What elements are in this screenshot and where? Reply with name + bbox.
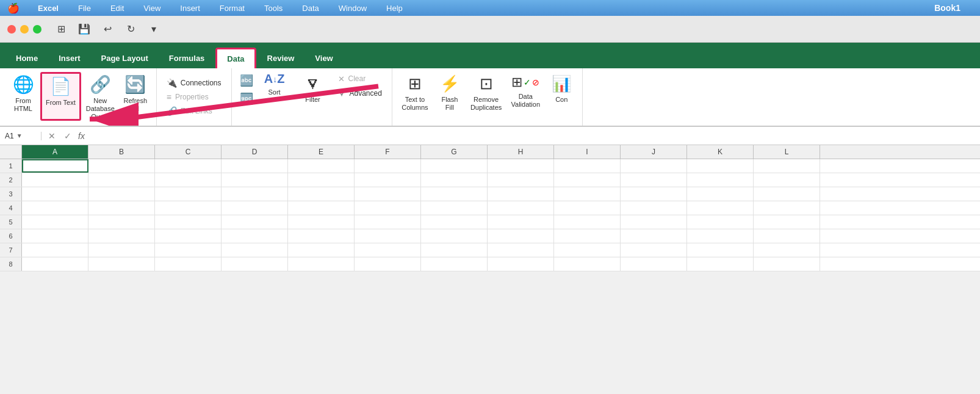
cell-l3[interactable] (754, 187, 820, 201)
cell-g4[interactable] (421, 201, 488, 215)
cell-b1[interactable] (88, 159, 155, 173)
cell-k3[interactable] (687, 187, 754, 201)
cell-g1[interactable] (421, 159, 488, 173)
filter-button[interactable]: ⛛ Filter (295, 72, 331, 121)
cell-h4[interactable] (488, 201, 554, 215)
cell-a4[interactable] (22, 201, 88, 215)
cancel-formula-icon[interactable]: ✕ (45, 129, 59, 143)
close-button[interactable] (7, 25, 16, 34)
text-to-columns-button[interactable]: ⊞ Text toColumns (397, 72, 433, 121)
menu-format[interactable]: Format (216, 2, 248, 14)
from-text-button[interactable]: 📄 From Text (40, 72, 81, 121)
menu-excel[interactable]: Excel (34, 2, 62, 14)
redo-icon[interactable]: ↻ (122, 21, 139, 38)
cell-i6[interactable] (554, 229, 621, 243)
cell-l1[interactable] (754, 159, 820, 173)
customize-dropdown-icon[interactable]: ▾ (145, 21, 162, 38)
cell-i5[interactable] (554, 215, 621, 229)
menu-file[interactable]: File (74, 2, 95, 14)
cell-f5[interactable] (355, 215, 421, 229)
cell-l7[interactable] (754, 243, 820, 257)
tab-review[interactable]: Review (258, 48, 304, 68)
cell-g5[interactable] (421, 215, 488, 229)
tab-formulas[interactable]: Formulas (159, 48, 215, 68)
menu-view[interactable]: View (140, 2, 164, 14)
col-header-g[interactable]: G (421, 145, 488, 159)
cell-h5[interactable] (488, 215, 554, 229)
col-header-e[interactable]: E (288, 145, 355, 159)
cell-k6[interactable] (687, 229, 754, 243)
col-header-b[interactable]: B (88, 145, 155, 159)
cell-j4[interactable] (621, 201, 687, 215)
data-validation-button[interactable]: ⊞✓⊘ DataValidation (506, 72, 544, 121)
cell-g2[interactable] (421, 173, 488, 187)
menu-data[interactable]: Data (298, 2, 322, 14)
col-header-d[interactable]: D (222, 145, 288, 159)
cell-c6[interactable] (155, 229, 222, 243)
cell-d1[interactable] (222, 159, 288, 173)
cell-g3[interactable] (421, 187, 488, 201)
cell-h1[interactable] (488, 159, 554, 173)
apple-logo-icon[interactable]: 🍎 (7, 2, 20, 14)
menu-help[interactable]: Help (383, 2, 406, 14)
cell-c4[interactable] (155, 201, 222, 215)
col-header-k[interactable]: K (687, 145, 754, 159)
cell-d3[interactable] (222, 187, 288, 201)
menu-insert[interactable]: Insert (176, 2, 204, 14)
cell-e1[interactable] (288, 159, 355, 173)
cell-e4[interactable] (288, 201, 355, 215)
col-header-i[interactable]: I (554, 145, 621, 159)
cell-h7[interactable] (488, 243, 554, 257)
cell-e2[interactable] (288, 173, 355, 187)
cell-b6[interactable] (88, 229, 155, 243)
cell-j1[interactable] (621, 159, 687, 173)
cell-e5[interactable] (288, 215, 355, 229)
cell-a2[interactable] (22, 173, 88, 187)
cell-b8[interactable] (88, 257, 155, 271)
cell-d8[interactable] (222, 257, 288, 271)
tab-page-layout[interactable]: Page Layout (92, 48, 158, 68)
cell-f3[interactable] (355, 187, 421, 201)
cell-a6[interactable] (22, 229, 88, 243)
maximize-button[interactable] (33, 25, 41, 34)
undo-icon[interactable]: ↩ (99, 21, 116, 38)
cell-c5[interactable] (155, 215, 222, 229)
cell-h3[interactable] (488, 187, 554, 201)
advanced-button[interactable]: ⛛ Advanced (333, 87, 387, 100)
menu-tools[interactable]: Tools (261, 2, 286, 14)
cell-h8[interactable] (488, 257, 554, 271)
cell-b7[interactable] (88, 243, 155, 257)
col-header-l[interactable]: L (754, 145, 820, 159)
customize-qat-icon[interactable]: ⊞ (52, 21, 70, 38)
cell-h2[interactable] (488, 173, 554, 187)
cell-j6[interactable] (621, 229, 687, 243)
cell-j7[interactable] (621, 243, 687, 257)
cell-c3[interactable] (155, 187, 222, 201)
cell-a8[interactable] (22, 257, 88, 271)
col-header-c[interactable]: C (155, 145, 222, 159)
cell-b2[interactable] (88, 173, 155, 187)
cell-e6[interactable] (288, 229, 355, 243)
cell-g7[interactable] (421, 243, 488, 257)
cell-k1[interactable] (687, 159, 754, 173)
refresh-all-button[interactable]: 🔄 RefreshAll (120, 72, 151, 121)
cell-i1[interactable] (554, 159, 621, 173)
tab-insert[interactable]: Insert (49, 48, 90, 68)
cell-i2[interactable] (554, 173, 621, 187)
cell-f6[interactable] (355, 229, 421, 243)
cell-j8[interactable] (621, 257, 687, 271)
clear-button[interactable]: ✕ Clear (333, 72, 387, 85)
sort-za-button[interactable]: 🔤 (237, 90, 256, 107)
tab-home[interactable]: Home (6, 48, 48, 68)
cell-c2[interactable] (155, 173, 222, 187)
from-html-button[interactable]: 🌐 FromHTML (7, 72, 39, 121)
cell-h6[interactable] (488, 229, 554, 243)
cell-k8[interactable] (687, 257, 754, 271)
cell-i7[interactable] (554, 243, 621, 257)
cell-d4[interactable] (222, 201, 288, 215)
cell-j2[interactable] (621, 173, 687, 187)
cell-b4[interactable] (88, 201, 155, 215)
cell-a5[interactable] (22, 215, 88, 229)
cell-e3[interactable] (288, 187, 355, 201)
cell-k4[interactable] (687, 201, 754, 215)
